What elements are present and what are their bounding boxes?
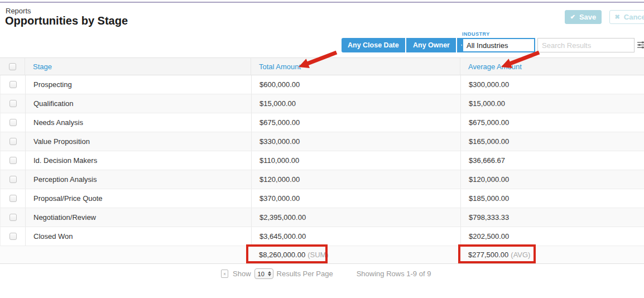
avg-cell: $277,500.00 (AVG) (460, 246, 644, 263)
total-amount-cell: $110,000.00 (252, 151, 461, 170)
x-icon: ✖ (615, 13, 620, 21)
cancel-button-label: Cancel (624, 13, 644, 21)
total-amount-column-header-cell: Total Amount (251, 58, 460, 75)
row-checkbox-cell (1, 113, 26, 132)
row-checkbox-cell (1, 94, 26, 113)
table-header: Stage Total Amount Average Amount (0, 57, 644, 75)
row-checkbox-cell (1, 208, 26, 227)
search-input[interactable] (537, 38, 635, 52)
header-checkbox-cell (0, 58, 25, 75)
avg-value: $277,500.00 (468, 251, 508, 259)
sum-value: $8,260,000.00 (259, 251, 305, 259)
total-amount-column-header[interactable]: Total Amount (259, 63, 301, 71)
stage-cell: Perception Analysis (26, 170, 252, 189)
owner-filter-button[interactable]: Any Owner (407, 38, 456, 52)
total-amount-cell: $370,000.00 (252, 189, 461, 208)
table-row: Id. Decision Makers $110,000.00 $36,666.… (0, 151, 644, 170)
export-icon[interactable]: x (221, 270, 228, 278)
breadcrumb[interactable]: Reports (6, 7, 31, 15)
sum-cell: $8,260,000.00 (SUM) (251, 246, 460, 263)
average-amount-column-header[interactable]: Average Amount (468, 63, 522, 71)
average-amount-cell: $675,000.00 (461, 113, 644, 132)
average-amount-column-header-cell: Average Amount (460, 58, 644, 75)
reports-page: Reports Opportunities by Stage ✔ Save ✖ … (0, 0, 644, 298)
show-label: Show (233, 270, 251, 278)
stage-cell: Proposal/Price Quote (26, 189, 252, 208)
total-amount-cell: $120,000.00 (252, 170, 461, 189)
row-checkbox[interactable] (9, 195, 17, 202)
industry-label: INDUSTRY (462, 31, 535, 37)
sum-label: (SUM) (307, 251, 329, 259)
save-button-label: Save (579, 13, 596, 21)
table-row: Needs Analysis $675,000.00 $675,000.00 (0, 113, 644, 132)
page-size-select[interactable]: 10 (254, 268, 273, 279)
row-checkbox-cell (1, 75, 26, 94)
table-row: Perception Analysis $120,000.00 $120,000… (0, 170, 644, 189)
table-body: Prospecting $600,000.00 $300,000.00 Qual… (0, 75, 644, 246)
table-row: Negotiation/Review $2,395,000.00 $798,33… (0, 208, 644, 227)
row-checkbox-cell (1, 170, 26, 189)
stage-cell: Value Proposition (26, 132, 252, 151)
select-all-checkbox[interactable] (9, 63, 16, 70)
average-amount-cell: $36,666.67 (461, 151, 644, 170)
stage-cell: Id. Decision Makers (26, 151, 252, 170)
close-date-filter-button[interactable]: Any Close Date (342, 38, 405, 52)
page-size-value: 10 (258, 271, 265, 277)
average-amount-cell: $120,000.00 (461, 170, 644, 189)
stage-column-header[interactable]: Stage (33, 63, 52, 71)
table-row: Proposal/Price Quote $370,000.00 $185,00… (0, 189, 644, 208)
total-amount-cell: $675,000.00 (252, 113, 461, 132)
row-checkbox[interactable] (9, 214, 17, 221)
total-amount-cell: $15,000.00 (252, 94, 461, 113)
stage-cell: Needs Analysis (26, 113, 252, 132)
pagination-footer: x Show 10 Results Per Page Showing Rows … (221, 268, 431, 279)
stepper-icon (268, 271, 271, 276)
row-checkbox[interactable] (9, 233, 17, 240)
filter-sliders-icon[interactable] (637, 41, 644, 49)
check-icon: ✔ (570, 13, 575, 21)
row-checkbox[interactable] (9, 138, 17, 145)
average-amount-cell: $798,333.33 (461, 208, 644, 227)
industry-filter: INDUSTRY All Industries (462, 31, 535, 52)
average-amount-cell: $300,000.00 (461, 75, 644, 94)
average-amount-cell: $185,000.00 (461, 189, 644, 208)
page-title: Opportunities by Stage (5, 15, 128, 27)
stage-cell: Closed Won (26, 227, 252, 246)
row-checkbox[interactable] (9, 157, 17, 164)
row-checkbox-cell (1, 227, 26, 246)
total-amount-cell: $3,645,000.00 (252, 227, 461, 246)
cancel-button[interactable]: ✖ Cancel (609, 10, 644, 24)
save-button[interactable]: ✔ Save (565, 10, 602, 24)
total-amount-cell: $2,395,000.00 (252, 208, 461, 227)
average-amount-cell: $165,000.00 (461, 132, 644, 151)
report-table: Stage Total Amount Average Amount Prospe… (0, 57, 644, 264)
average-amount-cell: $202,500.00 (461, 227, 644, 246)
row-checkbox-cell (1, 132, 26, 151)
total-amount-cell: $330,000.00 (252, 132, 461, 151)
row-checkbox[interactable] (9, 119, 17, 126)
stage-cell: Prospecting (26, 75, 252, 94)
action-buttons: ✔ Save ✖ Cancel (565, 10, 644, 24)
row-checkbox[interactable] (9, 100, 17, 107)
industry-select[interactable]: All Industries (462, 38, 535, 52)
summary-row: $8,260,000.00 (SUM) $277,500.00 (AVG) (0, 246, 644, 264)
top-divider (0, 2, 644, 3)
table-row: Value Proposition $330,000.00 $165,000.0… (0, 132, 644, 151)
row-checkbox-cell (1, 189, 26, 208)
rows-status: Showing Rows 1-9 of 9 (357, 270, 431, 278)
table-row: Qualification $15,000.00 $15,000.00 (0, 94, 644, 113)
owner-filter: Any Owner (407, 38, 469, 52)
average-amount-cell: $15,000.00 (461, 94, 644, 113)
row-checkbox-cell (1, 151, 26, 170)
table-row: Closed Won $3,645,000.00 $202,500.00 (0, 227, 644, 246)
stage-cell: Qualification (26, 94, 252, 113)
total-amount-cell: $600,000.00 (252, 75, 461, 94)
stage-cell: Negotiation/Review (26, 208, 252, 227)
table-row: Prospecting $600,000.00 $300,000.00 (0, 75, 644, 94)
row-checkbox[interactable] (9, 176, 17, 183)
row-checkbox[interactable] (9, 81, 17, 88)
avg-label: (AVG) (511, 251, 530, 259)
results-per-page-label: Results Per Page (277, 270, 333, 278)
stage-column-header-cell: Stage (25, 58, 251, 75)
